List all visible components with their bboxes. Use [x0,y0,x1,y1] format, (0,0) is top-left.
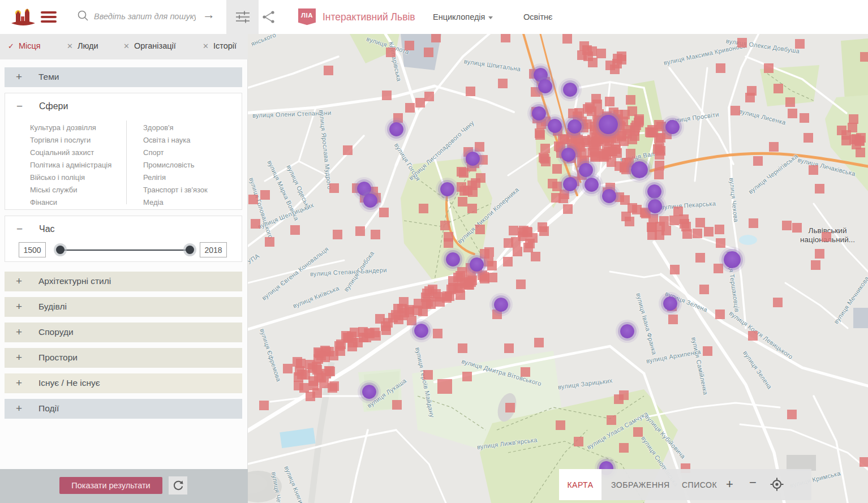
place-marker[interactable] [596,49,606,58]
place-marker[interactable] [654,134,664,143]
slider-handle-min[interactable] [56,246,65,254]
sphere-filter-item[interactable]: Військо і поліція [30,171,126,184]
place-marker[interactable] [371,230,380,239]
cluster-marker[interactable] [440,182,454,196]
cluster-marker[interactable] [663,296,677,311]
place-marker[interactable] [382,91,392,100]
place-marker[interactable] [440,221,450,230]
place-marker[interactable] [588,58,598,67]
sphere-filter-item[interactable]: Соціальний захист [30,147,126,159]
place-marker[interactable] [714,264,723,273]
cluster-marker[interactable] [648,199,662,213]
place-marker[interactable] [815,184,824,194]
place-marker[interactable] [601,150,611,160]
place-marker[interactable] [343,145,353,155]
place-marker[interactable] [453,283,463,293]
place-marker[interactable] [405,41,414,50]
cluster-marker[interactable] [414,324,428,338]
place-marker[interactable] [511,237,521,247]
place-marker[interactable] [415,98,425,108]
place-marker[interactable] [809,165,818,175]
cluster-marker[interactable] [362,385,376,399]
expand-icon[interactable]: + [16,300,22,313]
place-marker[interactable] [379,208,389,217]
sphere-filter-item[interactable]: Транспорт і зв'язок [143,184,239,196]
place-marker[interactable] [704,227,714,237]
place-marker[interactable] [422,289,432,298]
place-marker[interactable] [365,329,375,338]
sphere-filter-item[interactable]: Спорт [143,147,239,159]
place-marker[interactable] [388,313,398,323]
cluster-marker[interactable] [620,324,634,338]
time-slider[interactable] [57,250,193,251]
place-marker[interactable] [590,125,599,135]
place-marker[interactable] [552,164,562,174]
place-marker[interactable] [787,410,797,419]
section-header-Архітектурні стилі[interactable]: +Архітектурні стилі [5,272,242,291]
cluster-marker[interactable] [532,106,546,121]
place-marker[interactable] [324,66,333,75]
cluster-marker[interactable] [363,194,377,208]
place-marker[interactable] [535,130,545,140]
place-marker[interactable] [619,443,629,453]
place-marker[interactable] [355,226,365,236]
close-icon[interactable]: ✕ [203,42,209,50]
place-marker[interactable] [785,97,795,107]
cluster-marker[interactable] [563,177,577,191]
cluster-marker[interactable] [665,120,680,134]
place-marker[interactable] [552,182,562,191]
place-marker[interactable] [475,225,485,234]
section-header-Теми[interactable]: +Теми [5,67,242,87]
place-marker[interactable] [467,204,477,213]
place-marker[interactable] [647,222,656,232]
close-icon[interactable]: ✕ [123,42,130,50]
place-marker[interactable] [788,109,797,118]
place-marker[interactable] [329,381,339,391]
search-submit-arrow[interactable]: → [203,7,215,22]
place-marker[interactable] [659,216,669,226]
place-marker[interactable] [773,298,783,307]
place-marker[interactable] [423,370,433,380]
place-marker[interactable] [715,309,725,319]
place-marker[interactable] [407,316,416,325]
section-header-Будівлі[interactable]: +Будівлі [5,297,242,317]
place-marker[interactable] [748,331,758,341]
sphere-filter-item[interactable]: Здоров'я [143,122,239,134]
place-marker[interactable] [632,205,642,214]
place-marker[interactable] [703,346,712,356]
place-marker[interactable] [669,216,679,225]
place-marker[interactable] [375,314,385,324]
place-marker[interactable] [505,403,515,412]
sphere-filter-item[interactable]: Торгівля і послуги [30,134,126,147]
sphere-filter-item[interactable]: Промисловість [143,159,239,171]
section-header-Існує / Не існує[interactable]: +Існує / Не існує [5,373,242,393]
place-marker[interactable] [855,136,865,146]
place-marker[interactable] [753,156,763,166]
place-marker[interactable] [815,249,824,259]
place-marker[interactable] [764,63,774,73]
place-marker[interactable] [431,34,441,42]
slider-handle-max[interactable] [186,246,194,254]
place-marker[interactable] [333,230,342,239]
view-tab-map[interactable]: КАРТА [559,469,601,500]
place-marker[interactable] [462,372,472,381]
entity-tab-Місця[interactable]: ✓Місця [8,41,41,50]
view-tab-images[interactable]: ЗОБРАЖЕННЯ [611,469,670,500]
cluster-marker[interactable] [599,115,618,134]
place-marker[interactable] [329,351,338,360]
place-marker[interactable] [525,239,535,248]
zoom-in-button[interactable]: + [726,477,733,492]
place-marker[interactable] [716,238,725,248]
cluster-marker[interactable] [647,184,661,199]
place-marker[interactable] [386,48,396,57]
place-marker[interactable] [437,379,452,394]
place-marker[interactable] [619,390,629,400]
place-marker[interactable] [424,48,433,57]
place-marker[interactable] [476,173,485,183]
check-icon[interactable]: ✓ [8,42,14,50]
place-marker[interactable] [695,218,705,227]
sphere-filter-item[interactable]: Політика і адміністрація [30,159,126,171]
sphere-filter-item[interactable]: Фінанси [30,196,126,209]
place-marker[interactable] [458,343,467,353]
place-marker[interactable] [457,267,467,277]
